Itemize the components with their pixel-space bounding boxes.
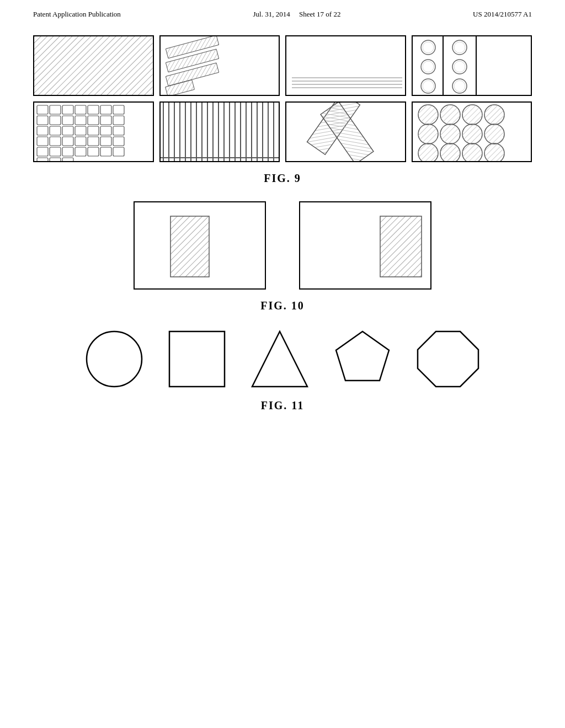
svg-rect-92 <box>418 124 438 144</box>
svg-rect-44 <box>100 126 111 135</box>
svg-rect-46 <box>37 137 48 146</box>
fig9-box8 <box>412 101 532 162</box>
svg-marker-115 <box>336 331 389 381</box>
fig11-square <box>167 329 227 389</box>
svg-rect-57 <box>88 147 99 156</box>
svg-rect-54 <box>50 147 61 156</box>
svg-rect-96 <box>462 124 482 144</box>
svg-point-23 <box>452 79 467 93</box>
svg-rect-62 <box>62 158 73 161</box>
svg-rect-51 <box>100 137 111 146</box>
fig9-box2 <box>159 35 280 96</box>
svg-rect-25 <box>37 105 48 114</box>
svg-rect-56 <box>75 147 86 156</box>
svg-point-15 <box>421 60 435 74</box>
svg-rect-40 <box>50 126 61 135</box>
svg-rect-64 <box>161 103 279 161</box>
fig11-section <box>33 329 532 389</box>
svg-point-14 <box>423 42 434 53</box>
svg-rect-28 <box>75 105 86 114</box>
svg-rect-38 <box>113 116 124 125</box>
fig10-section <box>33 201 532 290</box>
svg-rect-47 <box>50 137 61 146</box>
svg-point-24 <box>454 81 465 92</box>
fig9-box6 <box>159 101 280 162</box>
svg-rect-94 <box>440 124 460 144</box>
fig9-grid <box>33 35 532 162</box>
fig11-pentagon <box>332 329 393 389</box>
svg-rect-53 <box>37 147 48 156</box>
svg-point-13 <box>421 40 435 55</box>
svg-rect-109 <box>170 216 209 277</box>
svg-marker-116 <box>418 331 478 387</box>
fig9-caption: FIG. 9 <box>33 172 532 185</box>
fig9-box7 <box>285 101 406 162</box>
svg-rect-39 <box>37 126 48 135</box>
svg-rect-88 <box>462 105 482 125</box>
svg-rect-36 <box>88 116 99 125</box>
svg-rect-29 <box>88 105 99 114</box>
fig10-box-left <box>134 201 266 290</box>
svg-rect-34 <box>62 116 73 125</box>
svg-rect-43 <box>88 126 99 135</box>
svg-point-112 <box>87 331 142 387</box>
fig10-box-right <box>299 201 431 290</box>
svg-rect-60 <box>37 158 48 161</box>
fig9-box4 <box>412 35 532 96</box>
svg-rect-61 <box>50 158 61 161</box>
fig9-section: FIG. 9 <box>0 19 565 445</box>
svg-rect-58 <box>100 147 111 156</box>
svg-rect-52 <box>113 137 124 146</box>
header-sheet: Sheet 17 of 22 <box>299 10 340 18</box>
svg-rect-45 <box>113 126 124 135</box>
header-date-sheet: Jul. 31, 2014 Sheet 17 of 22 <box>253 10 341 19</box>
fig11-caption: FIG. 11 <box>33 399 532 412</box>
svg-rect-86 <box>440 105 460 125</box>
svg-rect-31 <box>113 105 124 114</box>
svg-rect-8 <box>292 75 402 89</box>
svg-rect-33 <box>50 116 61 125</box>
svg-point-21 <box>452 60 467 74</box>
svg-rect-84 <box>418 105 438 125</box>
svg-rect-27 <box>62 105 73 114</box>
fig11-triangle <box>249 329 310 389</box>
svg-rect-90 <box>484 105 504 125</box>
fig11-octagon <box>415 329 481 389</box>
header-date: Jul. 31, 2014 <box>253 10 290 18</box>
svg-rect-50 <box>88 137 99 146</box>
svg-rect-1 <box>34 36 153 95</box>
fig11-circle <box>84 329 145 389</box>
svg-rect-113 <box>169 331 225 387</box>
header-left: Patent Application Publication <box>33 10 121 19</box>
svg-rect-48 <box>62 137 73 146</box>
fig9-box5 <box>33 101 154 162</box>
svg-rect-32 <box>37 116 48 125</box>
svg-rect-98 <box>484 124 504 144</box>
svg-rect-26 <box>50 105 61 114</box>
svg-point-18 <box>423 81 434 92</box>
svg-point-22 <box>454 61 465 72</box>
fig10-caption: FIG. 10 <box>33 299 532 312</box>
fig9-box3 <box>285 35 406 96</box>
svg-rect-49 <box>75 137 86 146</box>
svg-point-20 <box>454 42 465 53</box>
svg-rect-37 <box>100 116 111 125</box>
svg-rect-59 <box>113 147 124 156</box>
header-patent: US 2014/210577 A1 <box>473 10 532 19</box>
svg-rect-35 <box>75 116 86 125</box>
svg-rect-42 <box>75 126 86 135</box>
svg-point-17 <box>421 79 435 93</box>
svg-point-16 <box>423 61 434 72</box>
fig9-box1 <box>33 35 154 96</box>
svg-rect-41 <box>62 126 73 135</box>
svg-rect-55 <box>62 147 73 156</box>
svg-point-19 <box>452 40 467 55</box>
svg-rect-111 <box>380 216 422 277</box>
svg-marker-114 <box>252 331 307 387</box>
svg-rect-30 <box>100 105 111 114</box>
page-header: Patent Application Publication Jul. 31, … <box>0 0 565 19</box>
